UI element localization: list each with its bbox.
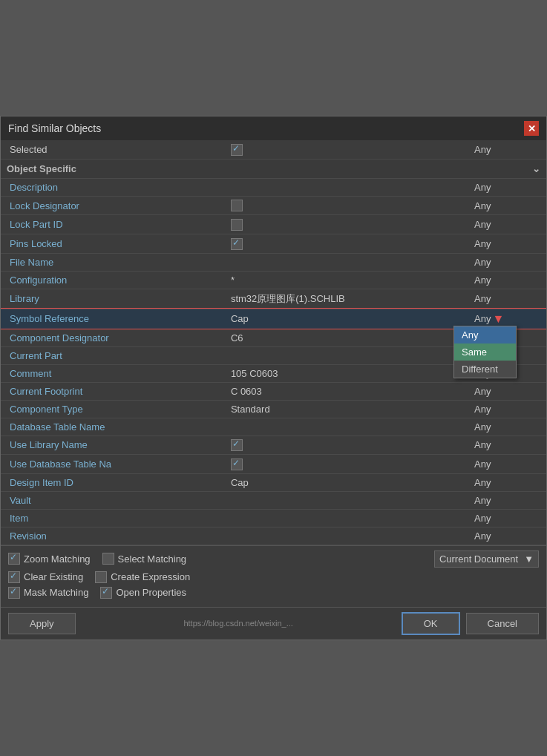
property-label: Selected bbox=[1, 140, 225, 159]
property-value: C6 bbox=[225, 329, 468, 346]
property-label: Current Part bbox=[1, 346, 225, 364]
property-label: Configuration bbox=[1, 271, 225, 289]
property-value: 105 C0603 bbox=[225, 364, 468, 382]
checkbox-mask-matching[interactable] bbox=[8, 587, 20, 599]
match-value: Any bbox=[468, 473, 546, 491]
dropdown-option-any[interactable]: Any bbox=[454, 326, 516, 344]
property-value: Cap bbox=[225, 309, 468, 329]
property-label: Database Table Name bbox=[1, 418, 225, 435]
property-value bbox=[225, 455, 468, 474]
table-row: Design Item ID Cap Any bbox=[1, 473, 546, 491]
property-value: Standard bbox=[225, 400, 468, 418]
match-dropdown-popup: Any Same Different bbox=[453, 326, 517, 378]
match-value: Any bbox=[468, 400, 546, 418]
checkbox-open-properties[interactable] bbox=[100, 587, 112, 599]
match-value: Any bbox=[468, 455, 546, 474]
property-value: * bbox=[225, 271, 468, 289]
dialog-title: Find Similar Objects bbox=[8, 122, 101, 134]
section-collapse[interactable]: ⌄ bbox=[468, 159, 546, 178]
property-label: Component Designator bbox=[1, 329, 225, 346]
table-row: Use Library Name Any bbox=[1, 435, 546, 455]
match-value: Any bbox=[468, 234, 546, 254]
table-row: Database Table Name Any bbox=[1, 418, 546, 435]
property-value bbox=[225, 215, 468, 234]
create-expression-label[interactable]: Create Expression bbox=[95, 571, 190, 583]
match-value: Any bbox=[468, 140, 546, 159]
table-row-symbol-reference: Symbol Reference Cap Any ▼ Any Same Diff… bbox=[1, 309, 546, 329]
select-matching-label[interactable]: Select Matching bbox=[102, 553, 187, 565]
property-value: Cap bbox=[225, 473, 468, 491]
bottom-row-1: Zoom Matching Select Matching Current Do… bbox=[8, 550, 539, 568]
checkbox-lock-part-id[interactable] bbox=[231, 219, 243, 231]
checkbox-select-matching[interactable] bbox=[102, 553, 114, 565]
property-value bbox=[225, 234, 468, 254]
property-label: Comment bbox=[1, 364, 225, 382]
property-value: stm32原理图库(1).SCHLIB bbox=[225, 289, 468, 309]
checkbox-lock-designator[interactable] bbox=[231, 200, 243, 211]
match-value: Any bbox=[468, 178, 546, 196]
table-row: Configuration * Any bbox=[1, 271, 546, 289]
checkbox-pins-locked[interactable] bbox=[231, 238, 243, 250]
checkbox-use-db-table[interactable] bbox=[231, 458, 243, 470]
properties-table-container: Selected Any Object Specific ⌄ Descripti… bbox=[1, 140, 546, 545]
section-spacer bbox=[225, 159, 468, 178]
property-value bbox=[225, 418, 468, 435]
mask-matching-label[interactable]: Mask Matching bbox=[8, 587, 88, 599]
property-label: File Name bbox=[1, 253, 225, 271]
table-row: Current Footprint C 0603 Any bbox=[1, 382, 546, 400]
document-label: Current Document bbox=[439, 553, 518, 565]
match-dropdown-trigger[interactable]: Any ▼ bbox=[474, 312, 540, 326]
bottom-row-3: Mask Matching Open Properties bbox=[8, 587, 539, 599]
table-row: File Name Any bbox=[1, 253, 546, 271]
section-label: Object Specific bbox=[1, 159, 225, 178]
property-label: Use Database Table Na bbox=[1, 455, 225, 474]
select-matching-text: Select Matching bbox=[118, 553, 187, 565]
watermark-text: https://blog.csdn.net/weixin_... bbox=[82, 619, 396, 628]
table-row: Vault Any bbox=[1, 491, 546, 509]
cancel-button[interactable]: Cancel bbox=[466, 613, 539, 634]
mask-matching-text: Mask Matching bbox=[24, 587, 88, 598]
apply-button[interactable]: Apply bbox=[8, 613, 76, 634]
document-dropdown[interactable]: Current Document ▼ bbox=[434, 550, 539, 568]
open-properties-text: Open Properties bbox=[116, 587, 186, 598]
checkbox-create-expression[interactable] bbox=[95, 571, 107, 583]
property-value bbox=[225, 491, 468, 509]
property-value bbox=[225, 140, 468, 159]
property-label: Component Type bbox=[1, 400, 225, 418]
section-header-object-specific: Object Specific ⌄ bbox=[1, 159, 546, 178]
property-label: Library bbox=[1, 289, 225, 309]
match-value: Any bbox=[468, 418, 546, 435]
match-value: Any bbox=[468, 196, 546, 215]
table-row: Library stm32原理图库(1).SCHLIB Any bbox=[1, 289, 546, 309]
property-value bbox=[225, 527, 468, 545]
match-value: Any bbox=[468, 435, 546, 455]
property-value bbox=[225, 435, 468, 455]
close-button[interactable]: ✕ bbox=[524, 121, 539, 136]
property-value bbox=[225, 178, 468, 196]
zoom-matching-text: Zoom Matching bbox=[24, 553, 91, 565]
dropdown-option-different[interactable]: Different bbox=[454, 361, 516, 378]
match-value: Any bbox=[468, 289, 546, 309]
property-value bbox=[225, 346, 468, 364]
open-properties-label[interactable]: Open Properties bbox=[100, 587, 186, 599]
property-label: Revision bbox=[1, 527, 225, 545]
property-label: Vault bbox=[1, 491, 225, 509]
checkbox-zoom-matching[interactable] bbox=[8, 553, 20, 565]
match-value: Any bbox=[468, 509, 546, 527]
property-label: Description bbox=[1, 178, 225, 196]
match-value: Any bbox=[468, 253, 546, 271]
property-label: Pins Locked bbox=[1, 234, 225, 254]
checkbox-selected[interactable] bbox=[231, 144, 243, 156]
checkbox-use-library-name[interactable] bbox=[231, 439, 243, 451]
document-dropdown-arrow-icon: ▼ bbox=[524, 553, 534, 565]
ok-button[interactable]: OK bbox=[402, 612, 460, 635]
property-value: C 0603 bbox=[225, 382, 468, 400]
clear-existing-label[interactable]: Clear Existing bbox=[8, 571, 83, 583]
match-dropdown-cell[interactable]: Any ▼ Any Same Different bbox=[468, 309, 546, 329]
checkbox-clear-existing[interactable] bbox=[8, 571, 20, 583]
table-row: Revision Any bbox=[1, 527, 546, 545]
dropdown-option-same[interactable]: Same bbox=[454, 344, 516, 361]
zoom-matching-label[interactable]: Zoom Matching bbox=[8, 553, 91, 565]
bottom-row-2: Clear Existing Create Expression bbox=[8, 571, 539, 583]
match-value: Any bbox=[468, 271, 546, 289]
